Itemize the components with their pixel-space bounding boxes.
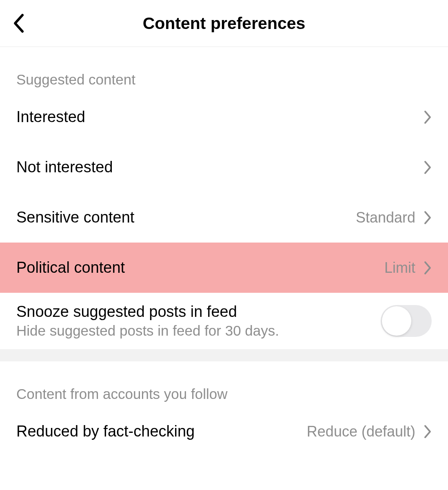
reduced-value: Reduce (default) [307,423,415,440]
toggle-knob [382,306,411,336]
interested-item[interactable]: Interested [0,92,448,142]
chevron-right-icon [424,160,432,175]
interested-label: Interested [16,108,424,126]
sensitive-content-item[interactable]: Sensitive content Standard [0,192,448,243]
back-button[interactable] [12,13,24,33]
reduced-item[interactable]: Reduced by fact-checking Reduce (default… [0,406,448,457]
section-header-suggested: Suggested content [0,47,448,92]
snooze-toggle[interactable] [381,305,432,337]
reduced-label: Reduced by fact-checking [16,423,307,440]
political-content-value: Limit [384,259,415,276]
chevron-right-icon [424,210,432,225]
chevron-right-icon [424,261,432,275]
not-interested-label: Not interested [16,158,424,176]
snooze-title: Snooze suggested posts in feed [16,303,381,321]
chevron-right-icon [424,110,432,125]
political-content-label: Political content [16,259,384,276]
political-content-item[interactable]: Political content Limit [0,243,448,293]
section-header-follow: Content from accounts you follow [0,361,448,406]
section-divider [0,349,448,361]
page-title: Content preferences [12,14,436,33]
header: Content preferences [0,0,448,47]
chevron-right-icon [424,424,432,439]
snooze-item: Snooze suggested posts in feed Hide sugg… [0,293,448,349]
snooze-subtitle: Hide suggested posts in feed for 30 days… [16,323,381,339]
sensitive-content-value: Standard [356,209,415,226]
sensitive-content-label: Sensitive content [16,209,356,226]
snooze-text: Snooze suggested posts in feed Hide sugg… [16,303,381,339]
not-interested-item[interactable]: Not interested [0,142,448,192]
chevron-left-icon [12,13,24,33]
